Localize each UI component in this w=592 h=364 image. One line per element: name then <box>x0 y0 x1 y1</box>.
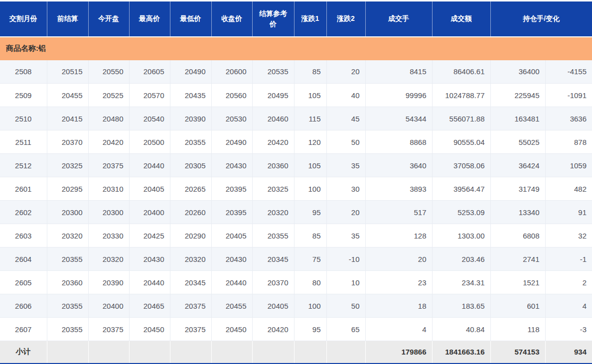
cell-change1: 85 <box>294 60 326 84</box>
cell-high: 20405 <box>129 177 170 201</box>
header-change2: 涨跌2 <box>326 1 365 37</box>
cell-low: 20345 <box>170 271 211 294</box>
subtotal-volume: 179866 <box>365 341 432 363</box>
subtotal-oi-change: 934 <box>545 341 592 363</box>
cell-delivery-month: 2510 <box>0 107 47 130</box>
header-change1: 涨跌1 <box>294 1 326 37</box>
header-high: 最高价 <box>129 1 170 37</box>
quote-row: 2512203252037520440203052043020360105353… <box>0 154 592 177</box>
cell-delivery-month: 2604 <box>0 247 47 271</box>
cell-open-interest: 13340 <box>490 201 545 224</box>
cell-close: 20395 <box>211 177 252 201</box>
cell-change2: 50 <box>326 130 365 154</box>
cell-delivery-month: 2511 <box>0 130 47 154</box>
cell-oi-change: 482 <box>545 177 592 201</box>
cell-turnover: 39564.47 <box>432 177 490 201</box>
cell-turnover: 1024788.77 <box>432 84 490 107</box>
cell-volume: 18 <box>365 294 432 318</box>
cell-settlement-ref: 20495 <box>252 84 294 107</box>
cell-close: 20430 <box>211 247 252 271</box>
cell-settlement-ref: 20345 <box>252 247 294 271</box>
cell-close: 20490 <box>211 130 252 154</box>
cell-low: 20320 <box>170 247 211 271</box>
cell-close: 20450 <box>211 318 252 341</box>
cell-open-interest: 601 <box>490 294 545 318</box>
cell-delivery-month: 2603 <box>0 224 47 247</box>
cell-oi-change: -3 <box>545 318 592 341</box>
quotes-page: 交割月份 前结算 今开盘 最高价 最低价 收盘价 结算参考价 涨跌1 涨跌2 成… <box>0 0 592 364</box>
cell-open-interest: 55025 <box>490 130 545 154</box>
cell-change1: 100 <box>294 294 326 318</box>
cell-open-interest: 1521 <box>490 271 545 294</box>
cell-close: 20600 <box>211 60 252 84</box>
cell-change2: 20 <box>326 201 365 224</box>
cell-open-interest: 6808 <box>490 224 545 247</box>
cell-open: 20375 <box>88 154 129 177</box>
cell-high: 20465 <box>129 294 170 318</box>
cell-volume: 20 <box>365 247 432 271</box>
cell-oi-change: -4155 <box>545 60 592 84</box>
cell-turnover: 203.46 <box>432 247 490 271</box>
header-low: 最低价 <box>170 1 211 37</box>
cell-oi-change: 878 <box>545 130 592 154</box>
subtotal-open-interest: 574153 <box>490 341 545 363</box>
cell-volume: 8868 <box>365 130 432 154</box>
cell-change2: 50 <box>326 294 365 318</box>
cell-low: 20355 <box>170 130 211 154</box>
subtotal-empty-cell <box>170 341 211 363</box>
subtotal-row: 小计 179866 1841663.16 574153 934 <box>0 341 592 363</box>
cell-volume: 3893 <box>365 177 432 201</box>
cell-change2: 40 <box>326 84 365 107</box>
cell-prev-settlement: 20360 <box>47 271 88 294</box>
cell-volume: 23 <box>365 271 432 294</box>
cell-high: 20605 <box>129 60 170 84</box>
quote-row: 2510204152048020540203902053020460115455… <box>0 107 592 130</box>
quote-row: 2606203552040020465203752045520405100501… <box>0 294 592 318</box>
cell-change1: 105 <box>294 154 326 177</box>
cell-change1: 85 <box>294 224 326 247</box>
quote-row: 2602203002030020400202602039520320952051… <box>0 201 592 224</box>
subtotal-turnover: 1841663.16 <box>432 341 490 363</box>
cell-settlement-ref: 20320 <box>252 201 294 224</box>
cell-turnover: 183.65 <box>432 294 490 318</box>
cell-change2: 20 <box>326 60 365 84</box>
cell-low: 20375 <box>170 294 211 318</box>
cell-oi-change: 91 <box>545 201 592 224</box>
cell-low: 20305 <box>170 154 211 177</box>
cell-close: 20405 <box>211 224 252 247</box>
cell-turnover: 556071.88 <box>432 107 490 130</box>
cell-turnover: 5253.09 <box>432 201 490 224</box>
cell-close: 20440 <box>211 271 252 294</box>
subtotal-empty-cell <box>129 341 170 363</box>
quote-row: 260420355203202043020320204302034575-102… <box>0 247 592 271</box>
cell-close: 20430 <box>211 154 252 177</box>
cell-change1: 105 <box>294 84 326 107</box>
cell-open: 20550 <box>88 60 129 84</box>
cell-low: 20390 <box>170 107 211 130</box>
cell-high: 20400 <box>129 201 170 224</box>
cell-prev-settlement: 20355 <box>47 247 88 271</box>
cell-volume: 3640 <box>365 154 432 177</box>
cell-change1: 75 <box>294 247 326 271</box>
quote-row: 2605203602039020440203452044020370801023… <box>0 271 592 294</box>
cell-volume: 128 <box>365 224 432 247</box>
cell-close: 20455 <box>211 294 252 318</box>
cell-prev-settlement: 20300 <box>47 201 88 224</box>
cell-delivery-month: 2607 <box>0 318 47 341</box>
header-delivery-month: 交割月份 <box>0 1 47 37</box>
cell-open: 20375 <box>88 318 129 341</box>
cell-delivery-month: 2602 <box>0 201 47 224</box>
commodity-group-label: 商品名称:铝 <box>0 37 592 60</box>
header-open-interest-change: 持仓手/变化 <box>490 1 592 37</box>
header-turnover: 成交额 <box>432 1 490 37</box>
cell-open: 20300 <box>88 201 129 224</box>
cell-prev-settlement: 20515 <box>47 60 88 84</box>
cell-open-interest: 36424 <box>490 154 545 177</box>
cell-open: 20330 <box>88 224 129 247</box>
cell-change2: 10 <box>326 271 365 294</box>
cell-high: 20440 <box>129 154 170 177</box>
quote-row: 2509204552052520570204352056020495105409… <box>0 84 592 107</box>
cell-open: 20390 <box>88 271 129 294</box>
cell-change1: 95 <box>294 201 326 224</box>
cell-volume: 4 <box>365 318 432 341</box>
